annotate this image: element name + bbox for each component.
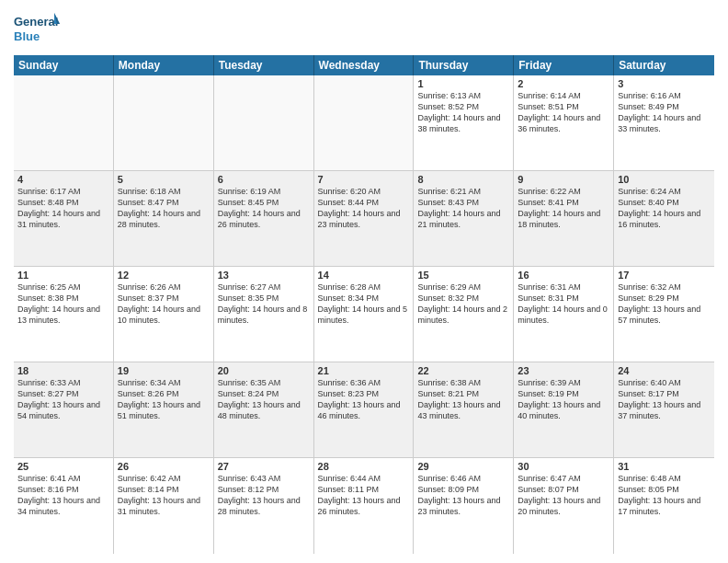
day-text-19: Sunrise: 6:34 AMSunset: 8:26 PMDaylight:… [118, 377, 210, 422]
day-number-7: 7 [318, 174, 410, 185]
day-number-8: 8 [417, 174, 509, 185]
day-cell-24: 24Sunrise: 6:40 AMSunset: 8:17 PMDayligh… [614, 362, 714, 457]
day-number-27: 27 [218, 461, 310, 472]
day-cell-6: 6Sunrise: 6:19 AMSunset: 8:45 PMDaylight… [214, 171, 314, 266]
day-cell-10: 10Sunrise: 6:24 AMSunset: 8:40 PMDayligh… [614, 171, 714, 266]
day-text-28: Sunrise: 6:44 AMSunset: 8:11 PMDaylight:… [318, 473, 410, 518]
header-day-monday: Monday [114, 55, 214, 75]
day-cell-17: 17Sunrise: 6:32 AMSunset: 8:29 PMDayligh… [614, 267, 714, 362]
day-number-21: 21 [318, 365, 410, 376]
day-cell-11: 11Sunrise: 6:25 AMSunset: 8:38 PMDayligh… [14, 267, 114, 362]
day-cell-29: 29Sunrise: 6:46 AMSunset: 8:09 PMDayligh… [414, 458, 514, 554]
day-text-6: Sunrise: 6:19 AMSunset: 8:45 PMDaylight:… [218, 186, 310, 231]
day-text-1: Sunrise: 6:13 AMSunset: 8:52 PMDaylight:… [417, 90, 509, 135]
day-text-27: Sunrise: 6:43 AMSunset: 8:12 PMDaylight:… [218, 473, 310, 518]
day-cell-26: 26Sunrise: 6:42 AMSunset: 8:14 PMDayligh… [114, 458, 214, 554]
empty-cell-w0-d0 [14, 75, 114, 170]
empty-cell-w0-d2 [214, 75, 314, 170]
calendar-header: SundayMondayTuesdayWednesdayThursdayFrid… [14, 55, 714, 75]
day-text-14: Sunrise: 6:28 AMSunset: 8:34 PMDaylight:… [318, 282, 410, 327]
day-cell-21: 21Sunrise: 6:36 AMSunset: 8:23 PMDayligh… [314, 362, 415, 457]
calendar-body: 1Sunrise: 6:13 AMSunset: 8:52 PMDaylight… [14, 75, 714, 554]
day-number-26: 26 [118, 461, 210, 472]
day-cell-8: 8Sunrise: 6:21 AMSunset: 8:43 PMDaylight… [414, 171, 514, 266]
day-text-5: Sunrise: 6:18 AMSunset: 8:47 PMDaylight:… [118, 186, 210, 231]
day-text-29: Sunrise: 6:46 AMSunset: 8:09 PMDaylight:… [417, 473, 509, 518]
day-number-11: 11 [17, 270, 109, 281]
empty-cell-w0-d3 [314, 75, 415, 170]
day-text-16: Sunrise: 6:31 AMSunset: 8:31 PMDaylight:… [518, 282, 609, 327]
header-day-friday: Friday [514, 55, 614, 75]
day-number-14: 14 [318, 270, 410, 281]
day-cell-12: 12Sunrise: 6:26 AMSunset: 8:37 PMDayligh… [114, 267, 214, 362]
day-cell-16: 16Sunrise: 6:31 AMSunset: 8:31 PMDayligh… [514, 267, 614, 362]
day-cell-23: 23Sunrise: 6:39 AMSunset: 8:19 PMDayligh… [514, 362, 614, 457]
day-number-23: 23 [518, 365, 609, 376]
day-number-30: 30 [518, 461, 609, 472]
day-text-8: Sunrise: 6:21 AMSunset: 8:43 PMDaylight:… [417, 186, 509, 231]
day-text-24: Sunrise: 6:40 AMSunset: 8:17 PMDaylight:… [618, 377, 711, 422]
day-cell-4: 4Sunrise: 6:17 AMSunset: 8:48 PMDaylight… [14, 171, 114, 266]
day-cell-31: 31Sunrise: 6:48 AMSunset: 8:05 PMDayligh… [614, 458, 714, 554]
header-day-sunday: Sunday [14, 55, 114, 75]
day-number-5: 5 [118, 174, 210, 185]
day-number-17: 17 [618, 270, 711, 281]
day-number-9: 9 [518, 174, 609, 185]
day-number-24: 24 [618, 365, 711, 376]
day-cell-13: 13Sunrise: 6:27 AMSunset: 8:35 PMDayligh… [214, 267, 314, 362]
day-number-13: 13 [218, 270, 310, 281]
day-cell-18: 18Sunrise: 6:33 AMSunset: 8:27 PMDayligh… [14, 362, 114, 457]
day-cell-28: 28Sunrise: 6:44 AMSunset: 8:11 PMDayligh… [314, 458, 415, 554]
day-cell-25: 25Sunrise: 6:41 AMSunset: 8:16 PMDayligh… [14, 458, 114, 554]
day-number-20: 20 [218, 365, 310, 376]
day-number-2: 2 [518, 78, 609, 89]
day-number-19: 19 [118, 365, 210, 376]
day-number-28: 28 [318, 461, 410, 472]
day-cell-3: 3Sunrise: 6:16 AMSunset: 8:49 PMDaylight… [614, 75, 714, 170]
day-cell-20: 20Sunrise: 6:35 AMSunset: 8:24 PMDayligh… [214, 362, 314, 457]
day-text-11: Sunrise: 6:25 AMSunset: 8:38 PMDaylight:… [17, 282, 109, 327]
day-number-31: 31 [618, 461, 711, 472]
header: General Blue [14, 9, 714, 48]
day-cell-1: 1Sunrise: 6:13 AMSunset: 8:52 PMDaylight… [414, 75, 514, 170]
page: General Blue SundayMondayTuesdayWednesda… [0, 0, 728, 563]
day-text-13: Sunrise: 6:27 AMSunset: 8:35 PMDaylight:… [218, 282, 310, 327]
calendar-row-3: 11Sunrise: 6:25 AMSunset: 8:38 PMDayligh… [14, 267, 714, 362]
day-cell-22: 22Sunrise: 6:38 AMSunset: 8:21 PMDayligh… [414, 362, 514, 457]
day-text-9: Sunrise: 6:22 AMSunset: 8:41 PMDaylight:… [518, 186, 609, 231]
empty-cell-w0-d1 [114, 75, 214, 170]
day-text-17: Sunrise: 6:32 AMSunset: 8:29 PMDaylight:… [618, 282, 711, 327]
day-number-29: 29 [417, 461, 509, 472]
day-cell-14: 14Sunrise: 6:28 AMSunset: 8:34 PMDayligh… [314, 267, 415, 362]
calendar-row-4: 18Sunrise: 6:33 AMSunset: 8:27 PMDayligh… [14, 362, 714, 458]
svg-text:General: General [14, 15, 58, 29]
header-day-tuesday: Tuesday [214, 55, 314, 75]
day-text-26: Sunrise: 6:42 AMSunset: 8:14 PMDaylight:… [118, 473, 210, 518]
day-cell-2: 2Sunrise: 6:14 AMSunset: 8:51 PMDaylight… [514, 75, 614, 170]
day-text-18: Sunrise: 6:33 AMSunset: 8:27 PMDaylight:… [17, 377, 109, 422]
day-text-20: Sunrise: 6:35 AMSunset: 8:24 PMDaylight:… [218, 377, 310, 422]
day-text-21: Sunrise: 6:36 AMSunset: 8:23 PMDaylight:… [318, 377, 410, 422]
calendar: SundayMondayTuesdayWednesdayThursdayFrid… [14, 55, 714, 554]
day-number-15: 15 [417, 270, 509, 281]
day-number-25: 25 [17, 461, 109, 472]
day-number-1: 1 [417, 78, 509, 89]
day-text-22: Sunrise: 6:38 AMSunset: 8:21 PMDaylight:… [417, 377, 509, 422]
header-day-wednesday: Wednesday [314, 55, 415, 75]
day-text-15: Sunrise: 6:29 AMSunset: 8:32 PMDaylight:… [417, 282, 509, 327]
day-cell-27: 27Sunrise: 6:43 AMSunset: 8:12 PMDayligh… [214, 458, 314, 554]
day-text-10: Sunrise: 6:24 AMSunset: 8:40 PMDaylight:… [618, 186, 711, 231]
header-day-saturday: Saturday [614, 55, 714, 75]
calendar-row-1: 1Sunrise: 6:13 AMSunset: 8:52 PMDaylight… [14, 75, 714, 171]
day-number-18: 18 [17, 365, 109, 376]
calendar-row-5: 25Sunrise: 6:41 AMSunset: 8:16 PMDayligh… [14, 458, 714, 554]
day-number-10: 10 [618, 174, 711, 185]
day-number-16: 16 [518, 270, 609, 281]
svg-text:Blue: Blue [14, 29, 40, 43]
day-cell-5: 5Sunrise: 6:18 AMSunset: 8:47 PMDaylight… [114, 171, 214, 266]
day-text-2: Sunrise: 6:14 AMSunset: 8:51 PMDaylight:… [518, 90, 609, 135]
day-number-6: 6 [218, 174, 310, 185]
day-text-25: Sunrise: 6:41 AMSunset: 8:16 PMDaylight:… [17, 473, 109, 518]
day-cell-7: 7Sunrise: 6:20 AMSunset: 8:44 PMDaylight… [314, 171, 415, 266]
header-day-thursday: Thursday [414, 55, 514, 75]
